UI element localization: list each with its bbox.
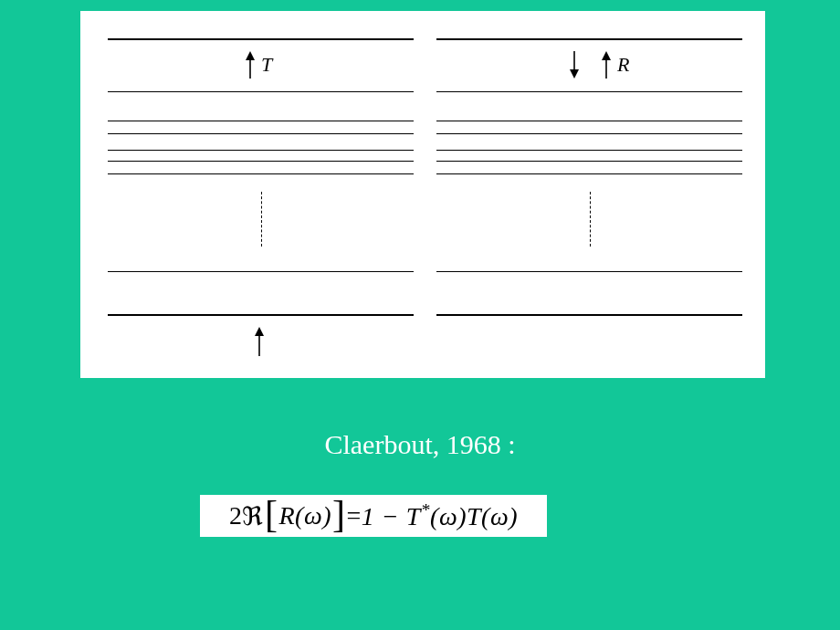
layer-line — [108, 121, 414, 121]
layer-line — [436, 121, 742, 121]
svg-marker-3 — [255, 327, 264, 336]
eq-inner: R(ω) — [278, 501, 331, 530]
layered-model-figure: T R — [80, 11, 765, 378]
svg-marker-7 — [602, 51, 611, 60]
down-arrow — [569, 51, 580, 79]
layer-line — [108, 91, 414, 92]
layer-line — [436, 161, 742, 162]
surface-line — [108, 38, 414, 40]
source-arrow — [254, 327, 265, 356]
layer-line — [436, 133, 742, 134]
surface-line — [436, 38, 742, 40]
left-panel: T — [108, 11, 414, 378]
layer-line — [436, 91, 742, 92]
svg-marker-1 — [246, 51, 255, 60]
layer-line — [436, 271, 742, 272]
eq-superscript: * — [421, 500, 430, 520]
arrow-up-icon — [601, 51, 612, 79]
layer-line — [108, 271, 414, 272]
reflection-arrow: R — [601, 51, 629, 79]
bottom-line — [108, 314, 414, 316]
layer-line — [436, 173, 742, 174]
layer-line — [108, 173, 414, 174]
bottom-line — [436, 314, 742, 316]
layer-line — [108, 133, 414, 134]
eq-coeff: 2 — [229, 501, 243, 530]
eq-equals: = — [347, 501, 362, 530]
layer-line — [436, 150, 742, 151]
layer-line — [108, 161, 414, 162]
left-bracket-icon: [ — [264, 495, 279, 533]
r-label: R — [617, 53, 629, 77]
equation: 2ℜ[R(ω)] = 1 − T*(ω)T(ω) — [200, 495, 547, 537]
citation-text: Claerbout, 1968 : — [0, 429, 840, 460]
eq-re-symbol: ℜ — [242, 501, 264, 531]
transmission-arrow: T — [245, 51, 272, 79]
eq-rhs-b: (ω)T(ω) — [430, 502, 518, 530]
arrow-up-icon — [254, 327, 265, 356]
t-label: T — [261, 53, 272, 77]
continuation-dashes — [261, 192, 262, 247]
svg-marker-5 — [570, 69, 579, 79]
right-panel: R — [436, 11, 742, 378]
arrow-down-icon — [569, 51, 580, 79]
eq-rhs-a: 1 − T — [362, 502, 421, 530]
right-bracket-icon: ] — [331, 495, 347, 533]
continuation-dashes — [590, 192, 591, 247]
arrow-up-icon — [245, 51, 256, 79]
layer-line — [108, 150, 414, 151]
